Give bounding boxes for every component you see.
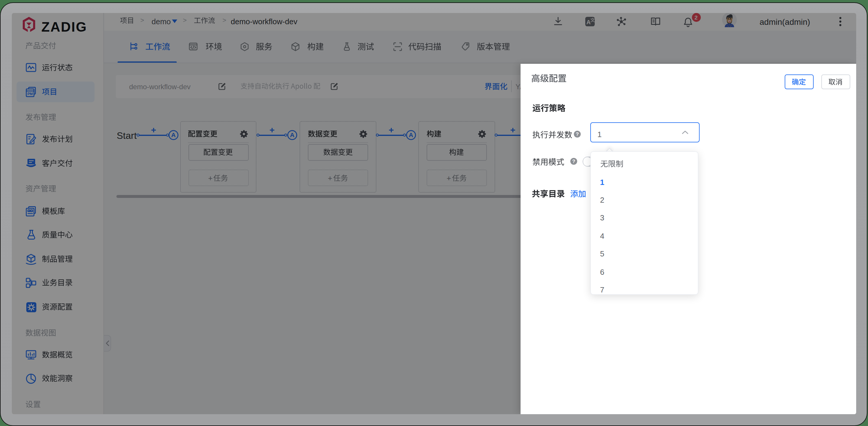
svg-text:?: ? [576,131,579,137]
svg-text:?: ? [572,158,575,164]
